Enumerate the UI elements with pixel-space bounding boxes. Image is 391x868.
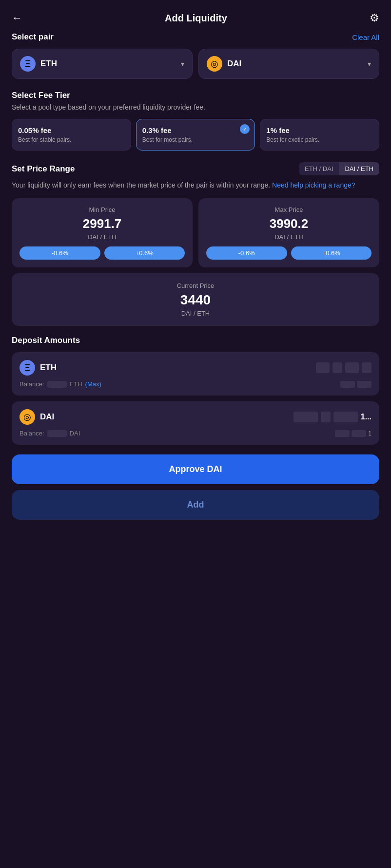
eth-label: ETH — [40, 59, 176, 69]
back-button[interactable]: ← — [12, 12, 22, 24]
eth-amount-block-1 — [316, 362, 330, 373]
deposit-section: Deposit Amounts Ξ ETH Balance: — [0, 336, 391, 445]
min-price-label: Min Price — [20, 206, 185, 213]
eth-balance-value-block — [47, 381, 67, 388]
header: ← Add Liquidity ⚙ — [0, 0, 391, 32]
current-price-unit: DAI / ETH — [20, 310, 371, 317]
eth-deposit-token: Ξ ETH — [20, 360, 57, 376]
eth-pair-select[interactable]: Ξ ETH ▾ — [12, 49, 193, 79]
eth-balance-row: Balance: ETH (Max) — [20, 380, 371, 388]
max-price-label: Max Price — [206, 206, 371, 213]
dai-balance-value-block — [47, 430, 67, 437]
min-price-unit: DAI / ETH — [20, 233, 185, 241]
eth-deposit-amount — [316, 362, 371, 373]
max-price-minus-btn[interactable]: -0.6% — [206, 246, 287, 260]
dai-icon: ◎ — [207, 56, 222, 72]
fee-tier-title: Select Fee Tier — [12, 91, 379, 100]
price-boxes: Min Price 2991.7 DAI / ETH -0.6% +0.6% M… — [12, 198, 379, 267]
dai-amount-block-2 — [321, 412, 331, 422]
select-pair-label: Select pair — [12, 32, 54, 42]
eth-balance-right-block-2 — [357, 381, 371, 388]
toggle-eth-dai[interactable]: ETH / DAI — [299, 162, 339, 175]
select-pair-section: Select pair Clear All Ξ ETH ▾ ◎ DAI ▾ — [0, 32, 391, 79]
price-range-section: Set Price Range ETH / DAI DAI / ETH Your… — [0, 162, 391, 326]
eth-balance-right — [340, 381, 371, 388]
fee-option-3[interactable]: 1% fee Best for exotic pairs. — [260, 119, 379, 151]
fee-option-2-title: 0.3% fee — [142, 126, 249, 134]
dai-deposit-icon: ◎ — [20, 409, 35, 425]
fee-option-2-desc: Best for most pairs. — [142, 136, 249, 143]
toggle-dai-eth[interactable]: DAI / ETH — [339, 162, 379, 175]
fee-option-3-desc: Best for exotic pairs. — [266, 136, 373, 143]
min-price-box: Min Price 2991.7 DAI / ETH -0.6% +0.6% — [12, 198, 193, 267]
max-price-plus-btn[interactable]: +0.6% — [291, 246, 372, 260]
page-title: Add Liquidity — [165, 13, 227, 24]
price-range-toggle: ETH / DAI DAI / ETH — [299, 162, 379, 175]
min-price-minus-btn[interactable]: -0.6% — [20, 246, 100, 260]
eth-deposit-row: Ξ ETH — [20, 360, 371, 376]
eth-balance-label: Balance: ETH (Max) — [20, 380, 101, 388]
dai-deposit-row: ◎ DAI 1... — [20, 409, 371, 425]
current-price-box: Current Price 3440 DAI / ETH — [12, 273, 379, 326]
fee-option-1-title: 0.05% fee — [18, 126, 125, 134]
approve-dai-button[interactable]: Approve DAI — [12, 454, 379, 484]
dai-amount-block-3 — [333, 412, 358, 422]
fee-options: 0.05% fee Best for stable pairs. 0.3% fe… — [12, 119, 379, 151]
eth-balance-right-block-1 — [340, 381, 355, 388]
price-range-header: Set Price Range ETH / DAI DAI / ETH — [12, 162, 379, 175]
app-container: ← Add Liquidity ⚙ Select pair Clear All … — [0, 0, 391, 868]
fee-option-2[interactable]: 0.3% fee Best for most pairs. ✓ — [136, 119, 255, 151]
dai-balance-right-num: 1 — [368, 430, 371, 437]
min-price-plus-btn[interactable]: +0.6% — [104, 246, 185, 260]
fee-tier-section: Select Fee Tier Select a pool type based… — [0, 91, 391, 151]
add-button[interactable]: Add — [12, 490, 379, 520]
price-range-info: Your liquidity will only earn fees when … — [12, 180, 379, 190]
eth-amount-block-3 — [345, 362, 359, 373]
fee-option-1[interactable]: 0.05% fee Best for stable pairs. — [12, 119, 131, 151]
dai-amount-block-1 — [293, 412, 318, 422]
dai-balance-right-block-1 — [335, 430, 350, 437]
dai-balance-label: Balance: DAI — [20, 430, 80, 437]
min-price-value: 2991.7 — [20, 216, 185, 231]
eth-deposit-box: Ξ ETH Balance: ETH (Max) — [12, 352, 379, 396]
eth-deposit-icon: Ξ — [20, 360, 35, 376]
eth-icon: Ξ — [20, 56, 36, 72]
dai-amount-row: 1... — [293, 412, 371, 422]
dai-deposit-box: ◎ DAI 1... Balance: DAI — [12, 401, 379, 445]
dai-balance-row: Balance: DAI 1 — [20, 430, 371, 437]
fee-option-3-title: 1% fee — [266, 126, 373, 134]
price-range-help-link[interactable]: Need help picking a range? — [272, 181, 355, 189]
dai-pair-select[interactable]: ◎ DAI ▾ — [198, 49, 379, 79]
eth-amount-block-2 — [332, 362, 342, 373]
dai-value-text: 1... — [361, 413, 371, 421]
dai-deposit-label: DAI — [40, 412, 54, 422]
eth-max-link[interactable]: (Max) — [85, 380, 101, 388]
buttons-section: Approve DAI Add — [0, 454, 391, 520]
select-pair-row: Select pair Clear All — [12, 32, 379, 42]
dai-deposit-token: ◎ DAI — [20, 409, 54, 425]
dai-label: DAI — [227, 59, 363, 69]
eth-unit-label: ETH — [70, 380, 82, 388]
max-price-value: 3990.2 — [206, 216, 371, 231]
price-range-info-text: Your liquidity will only earn fees when … — [12, 181, 270, 189]
current-price-label: Current Price — [20, 282, 371, 289]
fee-option-1-desc: Best for stable pairs. — [18, 136, 125, 143]
eth-deposit-label: ETH — [40, 363, 57, 373]
clear-all-button[interactable]: Clear All — [352, 33, 379, 41]
max-price-box: Max Price 3990.2 DAI / ETH -0.6% +0.6% — [198, 198, 379, 267]
eth-chevron-icon: ▾ — [181, 60, 184, 68]
dai-chevron-icon: ▾ — [368, 60, 371, 68]
settings-button[interactable]: ⚙ — [370, 12, 379, 24]
fee-tier-desc: Select a pool type based on your preferr… — [12, 103, 379, 111]
min-price-btns: -0.6% +0.6% — [20, 246, 185, 260]
dai-balance-right-block-2 — [352, 430, 366, 437]
max-price-btns: -0.6% +0.6% — [206, 246, 371, 260]
dai-unit-label: DAI — [70, 430, 80, 437]
pair-row: Ξ ETH ▾ ◎ DAI ▾ — [12, 49, 379, 79]
dai-balance-right: 1 — [335, 430, 371, 437]
current-price-value: 3440 — [20, 292, 371, 308]
price-range-title: Set Price Range — [12, 164, 75, 174]
eth-amount-block-4 — [362, 362, 371, 373]
deposit-title: Deposit Amounts — [12, 336, 379, 345]
max-price-unit: DAI / ETH — [206, 233, 371, 241]
